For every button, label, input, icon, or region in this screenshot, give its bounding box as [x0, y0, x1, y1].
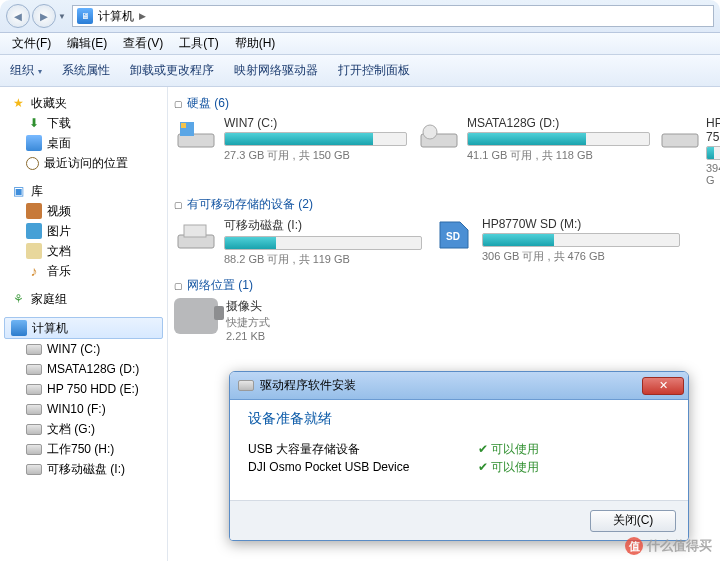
section-network[interactable]: ▢网络位置 (1): [174, 277, 720, 294]
sidebar-computer[interactable]: 计算机: [4, 317, 163, 339]
drive-sub: 27.3 GB 可用 , 共 150 GB: [224, 148, 407, 163]
menu-tools[interactable]: 工具(T): [173, 33, 224, 54]
address-bar[interactable]: 🖥 计算机 ▶: [72, 5, 714, 27]
address-location: 计算机: [98, 8, 134, 25]
drive-icon: [26, 344, 42, 355]
drive-name: HP8770W SD (M:): [482, 217, 680, 231]
sidebar-pictures[interactable]: 图片: [0, 221, 167, 241]
drive-icon: [26, 444, 42, 455]
drive-sub: 394 G: [706, 162, 720, 186]
usage-bar: [482, 233, 680, 247]
toolbar: 组织 系统属性 卸载或更改程序 映射网络驱动器 打开控制面板: [0, 55, 720, 87]
drive-name: MSATA128G (D:): [467, 116, 650, 130]
computer-icon: [11, 320, 27, 336]
netloc-size: 2.21 KB: [226, 330, 270, 342]
toolbar-organize[interactable]: 组织: [10, 62, 42, 79]
dialog-title: 驱动程序软件安装: [260, 377, 356, 394]
menu-file[interactable]: 文件(F): [6, 33, 57, 54]
dialog-titlebar[interactable]: 驱动程序软件安装 ✕: [230, 372, 688, 400]
netloc-name: 摄像头: [226, 298, 270, 315]
device-status: ✔可以使用: [478, 441, 539, 458]
drive-sub: 306 GB 可用 , 共 476 GB: [482, 249, 680, 264]
network-camera[interactable]: 摄像头 快捷方式 2.21 KB: [174, 298, 720, 342]
svg-text:SD: SD: [446, 231, 460, 242]
menu-help[interactable]: 帮助(H): [229, 33, 282, 54]
sidebar-drive-d[interactable]: MSATA128G (D:): [0, 359, 167, 379]
drive-sub: 41.1 GB 可用 , 共 118 GB: [467, 148, 650, 163]
sidebar-drive-e[interactable]: HP 750 HDD (E:): [0, 379, 167, 399]
sidebar-libraries[interactable]: ▣库: [0, 181, 167, 201]
hdd-icon: [417, 116, 461, 152]
section-hdd[interactable]: ▢硬盘 (6): [174, 95, 720, 112]
device-name: DJI Osmo Pocket USB Device: [248, 460, 478, 474]
video-icon: [26, 203, 42, 219]
dialog-close-button[interactable]: ✕: [642, 377, 684, 395]
drive-icon: [26, 424, 42, 435]
star-icon: ★: [10, 95, 26, 111]
dialog-heading: 设备准备就绪: [248, 410, 670, 428]
sidebar: ★收藏夹 ⬇下载 桌面 最近访问的位置 ▣库 视频 图片 文档 ♪音乐 ⚘家庭组…: [0, 87, 168, 561]
toolbar-map-network-drive[interactable]: 映射网络驱动器: [234, 62, 318, 79]
sidebar-favorites[interactable]: ★收藏夹: [0, 93, 167, 113]
menu-edit[interactable]: 编辑(E): [61, 33, 113, 54]
homegroup-icon: ⚘: [10, 291, 26, 307]
desktop-icon: [26, 135, 42, 151]
hdd-icon: [174, 116, 218, 152]
drive-c[interactable]: WIN7 (C:) 27.3 GB 可用 , 共 150 GB: [174, 116, 407, 186]
collapse-icon: ▢: [174, 281, 183, 291]
drive-sub: 88.2 GB 可用 , 共 119 GB: [224, 252, 422, 267]
drive-m[interactable]: SD HP8770W SD (M:) 306 GB 可用 , 共 476 GB: [432, 217, 680, 267]
usage-bar: [467, 132, 650, 146]
chevron-right-icon: ▶: [139, 11, 146, 21]
section-removable[interactable]: ▢有可移动存储的设备 (2): [174, 196, 720, 213]
device-status: ✔可以使用: [478, 459, 539, 476]
sidebar-homegroup[interactable]: ⚘家庭组: [0, 289, 167, 309]
netloc-type: 快捷方式: [226, 315, 270, 330]
hdd-icon: [660, 116, 700, 152]
sidebar-drive-g[interactable]: 文档 (G:): [0, 419, 167, 439]
computer-icon: 🖥: [77, 8, 93, 24]
titlebar: ◄ ► ▼ 🖥 计算机 ▶: [0, 0, 720, 33]
drive-i[interactable]: 可移动磁盘 (I:) 88.2 GB 可用 , 共 119 GB: [174, 217, 422, 267]
sidebar-drive-h[interactable]: 工作750 (H:): [0, 439, 167, 459]
drive-name: WIN7 (C:): [224, 116, 407, 130]
drive-name: HP 75: [706, 116, 720, 144]
usage-bar: [224, 236, 422, 250]
check-icon: ✔: [478, 460, 488, 474]
sidebar-videos[interactable]: 视频: [0, 201, 167, 221]
svg-rect-5: [662, 134, 698, 147]
device-name: USB 大容量存储设备: [248, 441, 478, 458]
drive-e[interactable]: HP 75 394 G: [660, 116, 720, 186]
menubar: 文件(F) 编辑(E) 查看(V) 工具(T) 帮助(H): [0, 33, 720, 55]
collapse-icon: ▢: [174, 200, 183, 210]
drive-d[interactable]: MSATA128G (D:) 41.1 GB 可用 , 共 118 GB: [417, 116, 650, 186]
sidebar-drive-f[interactable]: WIN10 (F:): [0, 399, 167, 419]
toolbar-uninstall[interactable]: 卸载或更改程序: [130, 62, 214, 79]
sidebar-drive-c[interactable]: WIN7 (C:): [0, 339, 167, 359]
sidebar-drive-i[interactable]: 可移动磁盘 (I:): [0, 459, 167, 479]
sd-card-icon: SD: [432, 217, 476, 253]
nav-forward-button[interactable]: ►: [32, 4, 56, 28]
toolbar-control-panel[interactable]: 打开控制面板: [338, 62, 410, 79]
menu-view[interactable]: 查看(V): [117, 33, 169, 54]
drive-icon: [26, 464, 42, 475]
check-icon: ✔: [478, 442, 488, 456]
watermark-icon: 值: [625, 537, 643, 555]
toolbar-system-properties[interactable]: 系统属性: [62, 62, 110, 79]
dialog-close-action-button[interactable]: 关闭(C): [590, 510, 676, 532]
sidebar-documents[interactable]: 文档: [0, 241, 167, 261]
sidebar-desktop[interactable]: 桌面: [0, 133, 167, 153]
nav-history-dropdown[interactable]: ▼: [58, 12, 68, 21]
svg-point-4: [423, 125, 437, 139]
sidebar-music[interactable]: ♪音乐: [0, 261, 167, 281]
drive-icon: [26, 384, 42, 395]
svg-rect-2: [181, 123, 186, 128]
sidebar-downloads[interactable]: ⬇下载: [0, 113, 167, 133]
removable-disk-icon: [174, 217, 218, 253]
usage-bar: [706, 146, 720, 160]
watermark: 值什么值得买: [625, 537, 712, 555]
document-icon: [26, 243, 42, 259]
driver-install-dialog: 驱动程序软件安装 ✕ 设备准备就绪 USB 大容量存储设备 ✔可以使用 DJI …: [229, 371, 689, 541]
sidebar-recent[interactable]: 最近访问的位置: [0, 153, 167, 173]
nav-back-button[interactable]: ◄: [6, 4, 30, 28]
